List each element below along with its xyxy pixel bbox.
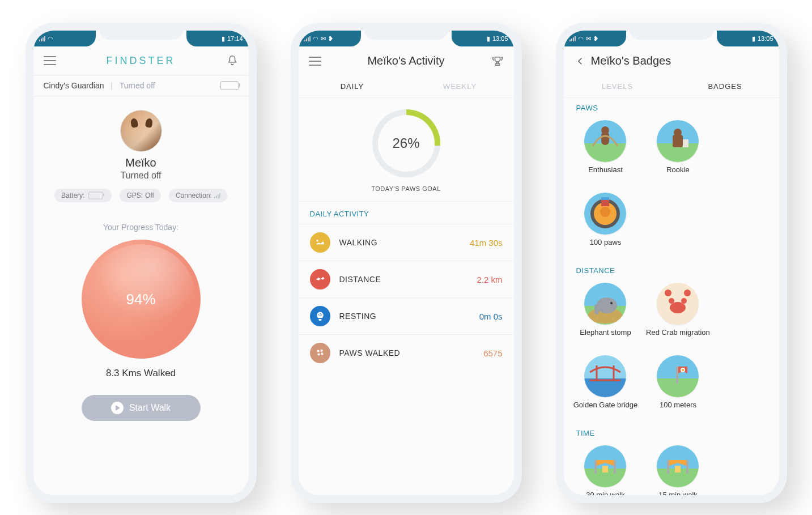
svg-rect-16	[601, 197, 609, 200]
trophy-icon[interactable]	[491, 55, 504, 67]
progress-title: Your Progress Today:	[33, 223, 249, 232]
menu-icon[interactable]	[309, 57, 321, 66]
start-walk-button[interactable]: Start Walk	[82, 395, 201, 421]
svg-point-3	[317, 353, 320, 355]
badge-item[interactable]: 30 min walk	[569, 441, 642, 495]
svg-rect-33	[602, 466, 608, 473]
page-title: Meïko's Badges	[591, 54, 756, 67]
status-right: ▮ 17:14	[186, 31, 249, 46]
page-title: Meïko's Activity	[321, 54, 491, 67]
badge-item[interactable]: Rookie	[641, 116, 714, 188]
svg-rect-32	[614, 460, 616, 474]
svg-point-20	[610, 302, 613, 304]
svg-rect-27	[676, 367, 678, 384]
badge-icon	[657, 120, 699, 162]
notch	[629, 23, 714, 40]
badge-icon	[657, 445, 699, 487]
svg-rect-35	[667, 460, 669, 474]
tab-levels[interactable]: LEVELS	[564, 75, 671, 97]
badge-item[interactable]: Enthusiast	[569, 116, 642, 188]
phone-badges: ◠ ✉ ❥ ▮ 13:05 Meïko's Badges LEVELS BADG…	[556, 23, 787, 503]
status-right: ▮ 13:05	[452, 31, 514, 46]
activity-row[interactable]: zZz RESTING 0m 0s	[299, 297, 514, 334]
badge-icon	[657, 355, 699, 397]
activity-icon	[310, 232, 330, 253]
chip-connection: Connection:	[169, 189, 227, 202]
signal-icon	[214, 193, 220, 198]
back-button[interactable]	[574, 55, 586, 67]
svg-point-21	[670, 302, 686, 313]
badge-item[interactable]: 15 min walk	[641, 441, 714, 495]
activity-row[interactable]: WALKING 41m 30s	[299, 224, 514, 261]
play-icon	[111, 402, 124, 414]
message-icon: ✉	[321, 35, 326, 42]
status-left: ◠ ✉ ❥	[299, 31, 361, 46]
guardian-status: Turned off	[120, 81, 155, 90]
activity-list: WALKING 41m 30s DISTANCE 2.2 km zZz REST…	[299, 224, 514, 371]
guardian-bar: Cindy's Guardian | Turned off	[33, 75, 249, 96]
activity-value: 0m 0s	[479, 312, 503, 321]
badge-icon	[584, 120, 626, 162]
badge-item[interactable]: 100 meters	[641, 351, 714, 423]
tab-badges[interactable]: BADGES	[671, 75, 779, 97]
svg-point-1	[317, 350, 319, 352]
svg-rect-11	[683, 139, 688, 147]
svg-rect-37	[675, 466, 681, 473]
badge-scroll[interactable]: PAWS Enthusiast Rookie 100 pawsDISTANCE …	[564, 98, 779, 495]
svg-text:zZz: zZz	[317, 313, 322, 316]
chip-battery-label: Battery:	[61, 191, 84, 199]
svg-rect-19	[594, 304, 599, 314]
activity-value: 41m 30s	[470, 238, 503, 248]
badge-grid: Elephant stomp Red Crab migration Golden…	[564, 278, 779, 423]
notch	[364, 23, 449, 40]
svg-point-10	[674, 129, 682, 137]
activity-icon	[310, 269, 330, 290]
svg-point-4	[321, 353, 323, 355]
badge-icon	[584, 283, 626, 325]
bell-icon[interactable]	[226, 54, 239, 67]
battery-icon	[220, 81, 239, 90]
goal-label: TODAY'S PAWS GOAL	[371, 185, 441, 192]
app-bar: Meïko's Activity	[299, 46, 514, 75]
signal-icon	[39, 36, 45, 41]
badge-item[interactable]: Elephant stomp	[569, 278, 642, 351]
svg-point-25	[684, 290, 691, 296]
phone-home: ◠ ▮ 17:14 FINDSTER Cindy's Guardian | Tu…	[25, 23, 257, 503]
tab-weekly[interactable]: WEEKLY	[406, 75, 514, 97]
badge-item[interactable]: 100 paws	[569, 188, 642, 261]
status-time: 13:05	[758, 35, 773, 42]
badges-tabs: LEVELS BADGES	[564, 75, 779, 98]
activity-label: DISTANCE	[339, 275, 477, 284]
pet-status: Turned off	[120, 171, 161, 181]
activity-row[interactable]: DISTANCE 2.2 km	[299, 261, 514, 297]
activity-row[interactable]: PAWS WALKED 6575	[299, 334, 514, 371]
activity-tabs: DAILY WEEKLY	[299, 75, 514, 98]
svg-point-23	[681, 298, 687, 304]
guardian-info: Cindy's Guardian | Turned off	[44, 81, 155, 90]
badge-icon	[584, 355, 626, 397]
status-right: ▮ 13:05	[717, 31, 779, 46]
svg-point-5	[588, 145, 622, 161]
badge-label: Golden Gate bridge	[573, 401, 637, 419]
badge-label: Rookie	[666, 165, 689, 184]
svg-point-22	[669, 298, 674, 304]
activity-value: 2.2 km	[477, 275, 502, 284]
badge-category-head: TIME	[564, 423, 779, 441]
tab-daily[interactable]: DAILY	[299, 75, 406, 97]
chevron-left-icon	[575, 56, 585, 66]
chip-connection-label: Connection:	[176, 191, 212, 199]
badge-item[interactable]: Red Crab migration	[641, 278, 714, 351]
battery-status-icon: ▮	[487, 35, 490, 42]
svg-point-34	[661, 470, 695, 486]
phone-activity: ◠ ✉ ❥ ▮ 13:05 Meïko's Activity DAILY WEE…	[291, 23, 522, 503]
pet-avatar[interactable]	[120, 110, 162, 152]
bird-icon: ❥	[593, 35, 598, 42]
badge-icon	[657, 283, 699, 325]
svg-point-7	[601, 126, 609, 134]
badge-category-head: PAWS	[564, 98, 779, 116]
battery-status-icon: ▮	[222, 35, 225, 42]
badge-item[interactable]: Golden Gate bridge	[569, 351, 642, 423]
chip-gps-label: GPS:	[126, 191, 143, 199]
notch	[99, 23, 184, 40]
menu-icon[interactable]	[44, 56, 56, 65]
